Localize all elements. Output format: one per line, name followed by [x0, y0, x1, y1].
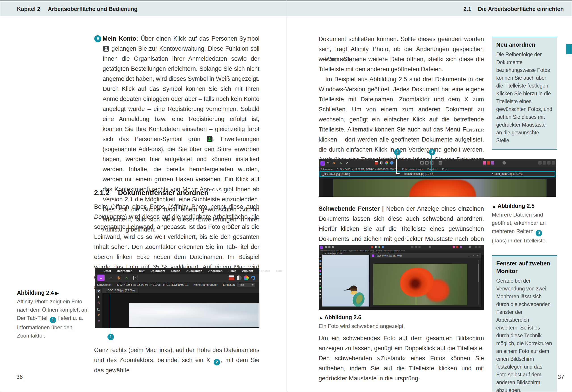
contrast-icon: [237, 275, 241, 280]
brush-tool-icon: ✐: [97, 313, 100, 317]
panel-icon: [479, 246, 481, 248]
affinity-logo-icon: [372, 255, 374, 257]
bold-text: Schwebende Fenster |: [319, 205, 386, 212]
document-tab-bar: _DSC1656.jpg (35.0%) ✕ bienenfresser.jpg…: [319, 171, 556, 177]
running-header-right: 2.1Die Arbeitsoberfläche einrichten: [463, 6, 564, 12]
page-number-right: 37: [541, 374, 564, 380]
app-toolbar: ≋ ❋ ∿ ↗: [319, 159, 556, 167]
split-view-icon: [425, 161, 429, 165]
histogram-icon: [371, 246, 373, 248]
color-wheel-icon: [385, 161, 388, 165]
bold-text: Mein Konto:: [103, 35, 141, 42]
caption-title: Abbildung 2.5: [498, 203, 534, 209]
document-tab-bar: _DSC1656.jpg (35.0%): [102, 288, 259, 293]
app-menu-bar: Datei Bearbeiten Text Dokument Ebene Aus…: [95, 268, 259, 274]
callout-marker-3: 3: [429, 149, 435, 155]
paragraph-r2: Wenn Sie eine weitere Datei öffnen, »tei…: [319, 54, 484, 74]
figure-2-6-screenshot: Schwenken 5184 × 3456 px, 17.92 MP, RGBA…: [319, 245, 484, 310]
view-icon: [418, 246, 421, 248]
note-title: Fenster auf zweiten Monitor: [496, 260, 553, 275]
tool-icons-column: [319, 257, 321, 258]
caption-title: Abbildung 2.6: [324, 314, 361, 320]
heading-number: 2.1.2: [94, 189, 110, 197]
view-icon: [411, 246, 413, 248]
poppy-photo: [373, 264, 467, 305]
close-tab-icon: ✕: [491, 172, 493, 175]
dropdown-caret-icon: [252, 284, 253, 286]
callout-number-1: 1: [50, 317, 56, 323]
callout-number-2: 2: [214, 359, 220, 365]
units-value: Pixel: [442, 168, 447, 171]
document-tab-3: roter_mohn.jpg (13.0%): [494, 172, 523, 175]
menu-dokument: Dokument: [151, 269, 165, 272]
section-title: Die Arbeitsoberfläche einrichten: [478, 6, 564, 12]
bird-eye: [354, 287, 355, 288]
bee-eater-photo: [322, 255, 369, 306]
canvas: [102, 293, 259, 328]
pink-tool-icon: [453, 246, 455, 248]
view-mode-icon: [420, 161, 424, 165]
note-title: Neu anordnen: [496, 41, 553, 48]
caption-text: Ein Foto wird schwebend angezeigt.: [319, 322, 462, 330]
tone-persona-icon: ∿: [339, 161, 342, 165]
menu-filter: Filter: [229, 269, 236, 272]
develop-persona-icon: ❋: [333, 161, 336, 165]
document-tab-1: _DSC1656.jpg (35.0%): [320, 172, 396, 176]
callout-marker-2: 2: [394, 149, 401, 155]
figure-2-5-caption: ▲Abbildung 2.5 Mehrere Dateien sind geöf…: [492, 202, 559, 245]
purple-tool-icon: [491, 161, 494, 165]
hand-tool-icon: ❖: [96, 289, 101, 293]
callout-number-3: 3: [536, 230, 542, 236]
window-controls: – ▫ ✕: [469, 254, 481, 257]
gallery-view-icon: [430, 161, 433, 165]
purple-tool-icon: [460, 246, 462, 248]
paragraph-closing-left: Ganz rechts (beim Mac links), auf der Hö…: [94, 345, 259, 376]
menu-hilfe: Hilfe: [276, 269, 282, 272]
wand-tool-icon: ✶: [97, 319, 100, 323]
affinity-logo-icon: [320, 246, 323, 249]
poppy-photo: [333, 179, 547, 197]
histogram-icon: [229, 275, 234, 280]
active-tool-label: Schwenken: [97, 283, 111, 286]
menu-bearbeiten: Bearbeiten: [117, 269, 132, 272]
heading-title: Dokumentfenster anordnen: [118, 189, 208, 197]
units-label: Einheiten:: [428, 168, 438, 171]
tools-panel: ❖ ➤ ✎ ◳ ✐ ✶: [95, 288, 102, 328]
chapter-thumb-tab: [566, 44, 572, 54]
contrast-icon: [375, 246, 377, 248]
app-toolbar: [319, 245, 484, 250]
figure-2-4-screenshot: Datei Bearbeiten Text Dokument Ebene Aus…: [95, 268, 259, 328]
toolbar-icon: [328, 246, 331, 248]
units-value: Pixel: [239, 283, 244, 286]
help-icon: [469, 246, 471, 248]
snapping-icon: [390, 161, 394, 165]
margin-note-second-monitor: Fenster auf zweiten Monitor Gerade bei d…: [492, 255, 557, 392]
color-wheel-icon: [244, 275, 249, 280]
minimize-icon: –: [469, 254, 471, 257]
margin-note-rearrange: Neu anordnen Die Reihenfolge der Dokumen…: [492, 37, 557, 150]
move-tool-icon: ➤: [97, 295, 100, 299]
floating-window-title: roter_mohn.jpg (13.0%): [376, 254, 402, 257]
context-toolbar: Schwenken 5184 × 3456 px, 17.92 MP, RGBA…: [319, 167, 556, 171]
caption-arrow-icon: ▶: [55, 291, 59, 296]
arrange-docs-icon: [439, 161, 442, 165]
text-run: Über einen Klick auf das Personen-Symbol: [141, 35, 259, 42]
callout-line-2-vertical: [396, 159, 397, 174]
active-tool-label: Schwenken: [320, 168, 333, 171]
caption-arrow-icon: ▲: [319, 315, 323, 320]
callout-line-2-horizontal: [396, 173, 399, 174]
app-workspace: ❖ ➤ ✎ ◳ ✐ ✶ _DSC1656.jpg (35.0%): [95, 288, 259, 328]
document-tab-2: bienenfresser.jpg (31.3%): [404, 172, 434, 175]
running-header-left: Kapitel 2Arbeitsoberfläche und Bedienung: [17, 6, 138, 12]
tools-panel: [319, 177, 323, 197]
toolbar-icon: [325, 246, 327, 248]
caption-arrow-icon: ▲: [492, 204, 496, 209]
figure-2-5-screenshot: ≋ ❋ ∿ ↗ Schwenken 5184 × 3456 px, 17.92 …: [319, 159, 556, 197]
user-green-icon: [207, 136, 212, 142]
toolbar-icon: [332, 246, 334, 248]
document-info: 4912 × 3264 px, 16.03 MP, RGBA/8 - sRGB …: [116, 283, 189, 286]
red-tool-icon: [456, 246, 458, 248]
liquify-persona-icon: ≋: [109, 275, 112, 281]
color-picker-tool-icon: ✎: [97, 301, 100, 305]
figure-2-4-caption: Abbildung 2.4▶ Affinity Photo zeigt ein …: [17, 289, 91, 340]
